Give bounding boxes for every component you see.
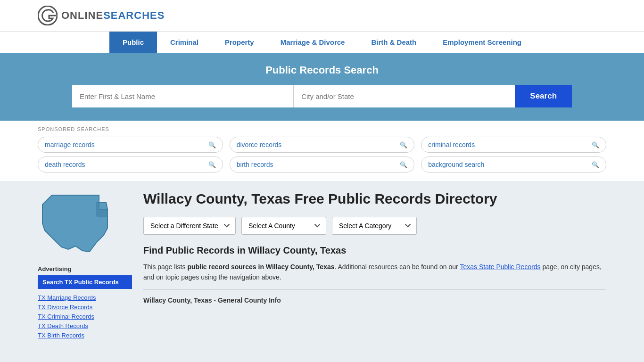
sponsored-tag-label-4: birth records xyxy=(237,161,273,168)
texas-map-icon xyxy=(38,190,113,256)
category-dropdown[interactable]: Select A Category xyxy=(332,217,417,235)
desc-part1: This page lists xyxy=(143,263,187,271)
sidebar-link-1[interactable]: TX Divorce Records xyxy=(38,303,132,311)
hero-title: Public Records Search xyxy=(38,64,606,76)
search-icon-0: 🔍 xyxy=(208,141,216,148)
sponsored-tag-1[interactable]: divorce records 🔍 xyxy=(230,137,415,153)
description-text: This page lists public record sources in… xyxy=(143,262,606,283)
nav-employment[interactable]: Employment Screening xyxy=(429,32,535,53)
sponsored-tag-label-0: marriage records xyxy=(45,141,95,148)
search-icon-4: 🔍 xyxy=(400,161,407,168)
find-records-title: Find Public Records in Willacy County, T… xyxy=(143,245,606,256)
sidebar: Advertising Search TX Public Records TX … xyxy=(38,190,132,341)
logo-online: ONLINE xyxy=(61,9,103,21)
sponsored-tag-2[interactable]: criminal records 🔍 xyxy=(421,137,606,153)
content-area: Willacy County, Texas Free Public Record… xyxy=(143,190,606,341)
nav-property[interactable]: Property xyxy=(212,32,267,53)
sponsored-tag-label-1: divorce records xyxy=(237,141,282,148)
page-title: Willacy County, Texas Free Public Record… xyxy=(143,190,606,207)
sidebar-link-2[interactable]: TX Criminal Records xyxy=(38,313,132,320)
logo-icon xyxy=(38,6,58,25)
county-info-header: Willacy County, Texas - General County I… xyxy=(143,289,606,304)
sponsored-tag-3[interactable]: death records 🔍 xyxy=(38,156,223,173)
dropdowns-row: Select a Different State Select A County… xyxy=(143,217,606,235)
main-content: Advertising Search TX Public Records TX … xyxy=(0,181,644,350)
nav-criminal[interactable]: Criminal xyxy=(157,32,212,53)
sidebar-link-3[interactable]: TX Death Records xyxy=(38,322,132,329)
sidebar-links: TX Marriage Records TX Divorce Records T… xyxy=(38,294,132,339)
hero-section: Public Records Search Search xyxy=(0,53,644,121)
desc-link[interactable]: Texas State Public Records xyxy=(460,263,540,271)
advertising-label: Advertising xyxy=(38,265,132,272)
nav-birth-death[interactable]: Birth & Death xyxy=(358,32,429,53)
search-icon-1: 🔍 xyxy=(400,141,407,148)
logo-searches: SEARCHES xyxy=(103,9,165,21)
nav-public[interactable]: Public xyxy=(109,32,157,53)
sidebar-link-0[interactable]: TX Marriage Records xyxy=(38,294,132,301)
county-dropdown[interactable]: Select A County xyxy=(241,217,326,235)
sponsored-tag-label-5: background search xyxy=(428,161,484,168)
search-bar: Search xyxy=(72,85,572,107)
sponsored-tag-4[interactable]: birth records 🔍 xyxy=(230,156,415,173)
name-input[interactable] xyxy=(72,85,294,107)
header: ONLINESEARCHES xyxy=(0,0,644,31)
search-icon-5: 🔍 xyxy=(592,161,599,168)
sponsored-tag-0[interactable]: marriage records 🔍 xyxy=(38,137,223,153)
sidebar-link-4[interactable]: TX Birth Records xyxy=(38,331,132,339)
state-dropdown[interactable]: Select a Different State xyxy=(143,217,236,235)
sponsored-grid: marriage records 🔍 divorce records 🔍 cri… xyxy=(38,137,606,173)
sponsored-tag-label-2: criminal records xyxy=(428,141,475,148)
logo-text: ONLINESEARCHES xyxy=(61,9,165,22)
nav-marriage-divorce[interactable]: Marriage & Divorce xyxy=(267,32,358,53)
main-nav: Public Criminal Property Marriage & Divo… xyxy=(0,31,644,53)
search-button[interactable]: Search xyxy=(515,85,572,107)
logo: ONLINESEARCHES xyxy=(38,6,165,25)
sponsored-section: SPONSORED SEARCHES marriage records 🔍 di… xyxy=(0,121,644,181)
sponsored-label: SPONSORED SEARCHES xyxy=(38,126,606,132)
sponsored-tag-label-3: death records xyxy=(45,161,85,168)
desc-part2: . Additional resources can be found on o… xyxy=(334,263,460,271)
desc-bold: public record sources in Willacy County,… xyxy=(187,263,334,271)
sponsored-tag-5[interactable]: background search 🔍 xyxy=(421,156,606,173)
search-icon-3: 🔍 xyxy=(208,161,216,168)
sidebar-ad-button[interactable]: Search TX Public Records xyxy=(38,275,132,289)
location-input[interactable] xyxy=(294,85,515,107)
search-icon-2: 🔍 xyxy=(592,141,599,148)
